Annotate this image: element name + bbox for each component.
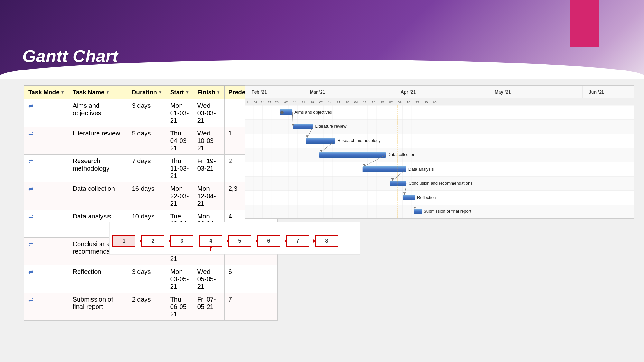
start-cell: Mon 03-05-21	[166, 265, 193, 293]
bar-data-analysis[interactable]	[363, 166, 406, 172]
finish-cell: Wed 05-05-21	[193, 265, 224, 293]
bar-label-reflection: Reflection	[417, 195, 436, 200]
svg-text:8: 8	[325, 238, 328, 244]
svg-text:5: 5	[238, 238, 241, 244]
task-mode-cell: ⇌	[24, 127, 69, 155]
sort-arrow-finish: ▼	[217, 90, 220, 95]
svg-text:28: 28	[275, 100, 279, 104]
task-name-cell: Literature review	[69, 127, 128, 155]
sort-arrow-start: ▼	[185, 90, 189, 95]
svg-text:21: 21	[337, 100, 341, 104]
month-jun: Jun '21	[589, 89, 604, 95]
header: Gantt Chart	[0, 0, 644, 79]
task-mode-cell: ⇌	[24, 99, 69, 127]
gantt-chart-container: Feb '21 Mar '21 Apr '21 May '21 Jun '21 …	[245, 85, 634, 219]
svg-text:28: 28	[345, 100, 349, 104]
bar-research-meth[interactable]	[306, 138, 335, 144]
gantt-chart-svg: Feb '21 Mar '21 Apr '21 May '21 Jun '21 …	[245, 86, 634, 218]
finish-cell: Wed 10-03-21	[193, 127, 224, 155]
task-mode-cell: ⇌	[24, 265, 69, 293]
duration-cell: 3 days	[128, 99, 166, 127]
svg-text:11: 11	[363, 100, 367, 104]
table-row: ⇌ Submission of final report 2 days Thu …	[24, 293, 278, 321]
start-cell: Mon 01-03-21	[166, 99, 193, 127]
table-row: ⇌ Reflection 3 days Mon 03-05-21 Wed 05-…	[24, 265, 278, 293]
bar-label-research-meth: Research methodology	[337, 138, 381, 143]
svg-text:21: 21	[268, 100, 272, 104]
duration-cell: 5 days	[128, 127, 166, 155]
duration-cell: 2 days	[128, 293, 166, 321]
bar-label-lit-review: Literature review	[315, 124, 347, 129]
svg-text:3: 3	[181, 238, 183, 244]
month-apr: Apr '21	[401, 89, 416, 95]
sort-arrow-task-mode: ▼	[61, 90, 65, 95]
th-duration[interactable]: Duration▼	[128, 86, 166, 99]
month-mar: Mar '21	[310, 89, 325, 95]
th-task-mode[interactable]: Task Mode▼	[24, 86, 69, 99]
start-cell: Thu 11-03-21	[166, 155, 193, 182]
svg-text:14: 14	[328, 100, 332, 104]
sort-arrow-duration: ▼	[158, 90, 162, 95]
task-mode-cell: ⇌	[24, 182, 69, 210]
table-row: ⇌ Literature review 5 days Thu 04-03-21 …	[24, 127, 278, 155]
svg-text:1: 1	[247, 100, 248, 104]
bar-conclusion[interactable]	[390, 181, 406, 186]
svg-text:25: 25	[380, 100, 384, 104]
table-row: ⇌ Data collection 16 days Mon 22-03-21 M…	[24, 182, 278, 210]
task-mode-icon: ⇌	[28, 158, 33, 165]
task-mode-cell: ⇌	[24, 238, 69, 265]
th-start[interactable]: Start▼	[166, 86, 193, 99]
task-name-cell: Aims and objectives	[69, 99, 128, 127]
task-mode-icon: ⇌	[28, 241, 33, 248]
svg-text:14: 14	[293, 100, 297, 104]
svg-text:18: 18	[372, 100, 376, 104]
task-mode-icon: ⇌	[28, 185, 33, 192]
bar-lit-review[interactable]	[293, 124, 313, 129]
task-mode-cell: ⇌	[24, 155, 69, 182]
th-task-name[interactable]: Task Name▼	[69, 86, 128, 99]
svg-text:07: 07	[284, 100, 288, 104]
bar-submission[interactable]	[414, 209, 422, 214]
finish-cell: Mon 12-04-21	[193, 182, 224, 210]
svg-rect-0	[245, 86, 634, 98]
svg-text:04: 04	[354, 100, 358, 104]
svg-text:30: 30	[424, 100, 428, 104]
svg-text:1: 1	[123, 238, 126, 244]
page-title: Gantt Chart	[23, 46, 118, 66]
bar-data-collection[interactable]	[319, 152, 386, 158]
finish-cell: Fri 19-03-21	[193, 155, 224, 182]
svg-text:2: 2	[152, 238, 154, 244]
network-diagram: 1 2 3 4 5	[109, 222, 634, 261]
bar-reflection[interactable]	[403, 195, 415, 200]
bar-label-data-analysis: Data analysis	[408, 167, 434, 172]
pink-accent	[570, 0, 599, 47]
gantt-table: Task Mode▼ Task Name▼ Duration▼ Start▼ F…	[24, 85, 278, 321]
bar-label-data-collection: Data collection	[387, 152, 415, 157]
bar-label-aims: Aims and objectives	[294, 110, 332, 115]
duration-cell: 16 days	[128, 182, 166, 210]
svg-text:21: 21	[302, 100, 305, 104]
task-mode-icon: ⇌	[28, 268, 33, 275]
task-name-cell: Research methodology	[69, 155, 128, 182]
sort-arrow-task-name: ▼	[106, 90, 110, 95]
svg-text:07: 07	[254, 100, 257, 104]
bar-label-submission: Submission of final report	[424, 209, 471, 214]
task-mode-icon: ⇌	[28, 130, 33, 137]
predecessors-cell: 7	[224, 293, 278, 321]
finish-cell: Wed 03-03-21	[193, 99, 224, 127]
th-finish[interactable]: Finish▼	[193, 86, 224, 99]
table-row: ⇌ Aims and objectives 3 days Mon 01-03-2…	[24, 99, 278, 127]
task-mode-cell: ⇌	[24, 210, 69, 238]
svg-text:16: 16	[407, 100, 411, 104]
task-mode-icon: ⇌	[28, 102, 33, 109]
task-name-cell: Submission of final report	[69, 293, 128, 321]
task-name-cell: Data collection	[69, 182, 128, 210]
start-cell: Thu 04-03-21	[166, 127, 193, 155]
month-may: May '21	[495, 89, 511, 95]
svg-text:23: 23	[415, 100, 419, 104]
bar-label-conclusion: Conclusion and recommendations	[409, 181, 472, 186]
start-cell: Mon 22-03-21	[166, 182, 193, 210]
table-row: ⇌ Research methodology 7 days Thu 11-03-…	[24, 155, 278, 182]
finish-cell: Fri 07-05-21	[193, 293, 224, 321]
svg-text:14: 14	[261, 100, 265, 104]
